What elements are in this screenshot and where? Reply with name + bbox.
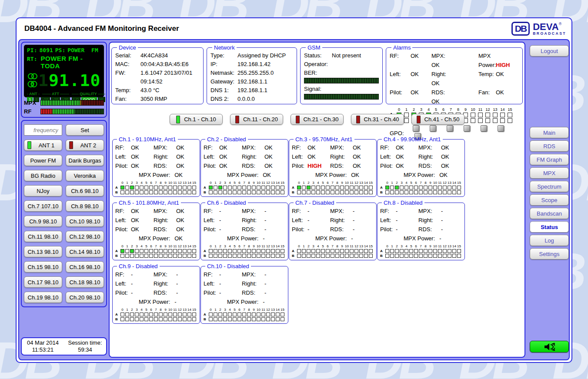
alarm-bit-indicator [178,317,182,321]
preset-button[interactable]: Ch.11 98.10 [24,231,62,242]
nav-item[interactable]: MPX [530,167,569,179]
nav-item[interactable]: Log [530,235,569,246]
preset-button[interactable]: Ch.19 98.10 [24,292,62,303]
channel-range-tab[interactable]: Ch.11 - Ch.20 [230,114,283,125]
meter-segment [370,94,371,99]
logo-name: DEVA [533,21,559,32]
mpx-label: MPX: [330,143,353,152]
logout-button[interactable]: Logout [530,45,569,57]
meter-segment [351,94,352,99]
listen-button[interactable] [530,341,569,352]
channel-grid: Ch.1 - 91.10MHz, Ant1 RF:OK MPX:OK Left:… [112,136,524,324]
preset-button[interactable]: Ch.20 98.10 [66,292,104,303]
gpo-indicator [498,125,504,132]
preset-button[interactable]: Ch.16 98.10 [66,261,104,273]
alarm-bit-indicator [252,186,256,190]
alarm-bit-indicator [452,186,456,190]
preset-button[interactable]: Ch.7 107.10 [24,200,62,212]
channel-range-tab[interactable]: Ch.1 - Ch.10 [170,114,223,125]
alarm-bit-indicator [159,190,163,194]
frequency-input[interactable] [24,124,62,136]
preset-button[interactable]: Power FM [24,155,62,166]
alarm-bit-indicator [443,249,447,253]
alarm-bit-indicator [183,186,187,190]
alarm-bit-indicator [452,254,456,258]
preset-button[interactable]: Ch.8 98.10 [66,200,104,212]
preset-button[interactable]: Ch.13 98.10 [24,246,62,257]
network-row-label: IP: [210,60,237,69]
meter-segment [44,100,46,105]
network-row-label: Gateway: [210,77,237,86]
alarm-bit-indicator [159,317,163,321]
alarm-bit-indicator [395,190,399,194]
left-value: - [219,279,242,288]
meter-segment [340,94,341,99]
nav-item[interactable]: Bandscan [530,208,569,219]
set-button[interactable]: Set [66,124,104,136]
meter-segment [327,78,329,83]
channel-panel: Ch.7 - Disabled RF:- MPX:- Left:- Right:… [289,199,377,260]
ant1-button[interactable]: ANT 1 [24,140,62,151]
preset-button[interactable]: Ch.10 98.10 [66,216,104,227]
nav-item[interactable]: Main [530,127,569,138]
preset-button[interactable]: BG Radio [24,170,62,181]
channel-bit-grid: 0123456789101112131415AB [115,244,197,258]
alarm-bit-indicator [390,254,394,258]
preset-button[interactable]: Ch.14 98.10 [66,246,104,257]
alarm-bit-indicator [140,313,144,316]
nav-item-status-active[interactable]: Status [530,221,569,233]
alarm-bit-indicator [247,249,251,253]
alarm-bit-indicator [237,254,241,258]
alarm-bit-indicator [228,249,232,253]
meter-segment [372,78,373,83]
alarm-bit-indicator [354,186,358,190]
right-value: OK [176,216,197,225]
alarm-bit-indicator [331,249,334,253]
content-area: PI:8091PS:POWER FM RT: POWER FM - TODA 1… [18,39,570,360]
meter-segment [77,109,78,114]
left-label: Left: [292,216,307,225]
preset-button[interactable]: Ch.17 98.10 [24,276,62,288]
rds-value: OK [441,161,462,170]
alarm-stat-label: MPX Power: [478,51,496,70]
alarm-bit-indicator [428,254,432,258]
preset-button[interactable]: Ch.6 98.10 [66,185,104,196]
rf-meter [40,109,104,114]
channel-range-tab[interactable]: Ch.31 - Ch.40 [351,114,404,125]
nav-item[interactable]: FM Graph [530,154,569,165]
alarm-bit-indicator [345,249,349,253]
nav-item[interactable]: RDS [530,140,569,152]
preset-button[interactable]: Ch.18 98.10 [66,276,104,288]
preset-button[interactable]: Veronika [66,170,104,181]
alarm-bit-indicator [159,249,163,253]
alarm-bit-indicator [159,254,163,258]
alarm-bit-indicator [214,190,217,194]
meter-segment [334,78,336,83]
alarm-bit-indicator [443,190,447,194]
preset-button[interactable]: Ch.15 98.10 [24,261,62,273]
nav-item[interactable]: Settings [530,248,569,259]
alarm-bit-indicator [242,190,246,194]
meter-segment [336,78,337,83]
preset-button[interactable]: Ch.9 98.10 [24,216,62,227]
channel-title: Ch.4 - 99.90MHz, Ant1 [382,136,443,143]
nav-item[interactable]: Spectrum [530,181,569,192]
preset-button[interactable]: Darik Burgas [66,155,104,166]
nav-item[interactable]: Scope [530,194,569,206]
ant2-button[interactable]: ANT 2 [66,140,104,151]
alarm-bit-indicator [404,249,408,253]
meter-segment [338,94,339,99]
meter-segment [319,78,320,83]
alarm-bit-indicator [350,190,354,194]
preset-button[interactable]: Ch.12 98.10 [66,231,104,242]
alarm-bit-indicator [419,254,423,258]
mpx-power-label: MPX Power: [404,234,435,243]
meter-segment [356,94,357,99]
tab-led-icon [235,116,239,123]
alarm-bit-indicator [271,190,275,194]
channel-range-tab[interactable]: Ch.41 - Ch.50 [411,114,464,125]
meter-segment [92,109,94,114]
channel-range-tab[interactable]: Ch.21 - Ch.30 [291,114,344,125]
alarm-bit-indicator [345,186,349,190]
preset-button[interactable]: NJoy [24,185,62,196]
